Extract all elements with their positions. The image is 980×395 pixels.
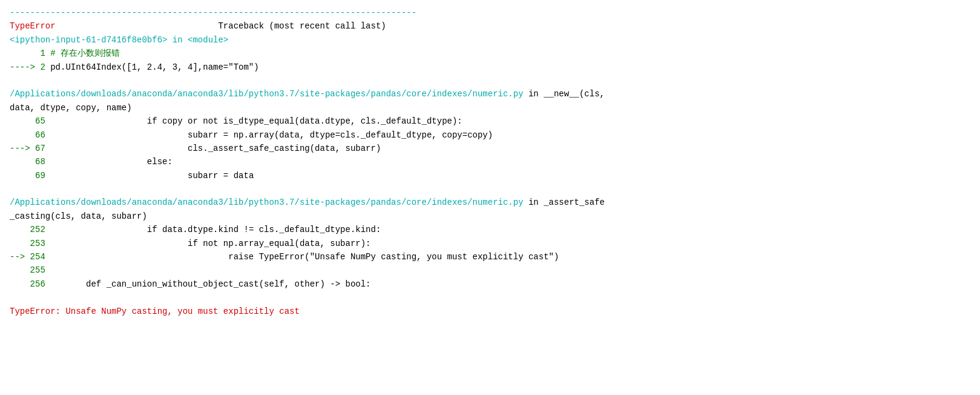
file1-args: data, dtype, copy, name) [10,103,132,113]
line67-code: cls._assert_safe_casting(data, subarr) [107,144,381,153]
error-type-label: TypeError [10,21,56,31]
line255-num: 255 [10,265,45,275]
line1-comment: # 存在小数则报错 [50,48,120,58]
line252-code: if data.dtype.kind != cls._default_dtype… [86,225,381,234]
final-error: TypeError: Unsafe NumPy casting, you mus… [10,307,300,316]
line67-arrow: ---> 67 [10,144,45,153]
line256-code: def _can_union_without_object_cast(self,… [65,279,370,289]
line252-num: 252 [10,225,45,234]
line2-arrow: ----> 2 [10,62,45,72]
file1-func: in __new__(cls, [524,89,605,99]
file2-path: /Applications/downloads/anaconda/anacond… [10,198,524,207]
line1-num: 1 [10,48,45,58]
line254-arrow: --> 254 [10,252,45,262]
line69-code: subarr = data [107,171,254,181]
line68-code: else: [86,157,173,167]
line66-num: 66 [10,130,45,140]
divider-line: ----------------------------------------… [10,8,416,18]
input-ref: <ipython-input-61-d7416f8e0bf6> in <modu… [10,35,228,45]
traceback-header: Traceback (most recent call last) [218,21,386,31]
line68-num: 68 [10,157,45,167]
line254-code: raise TypeError("Unsafe NumPy casting, y… [127,252,559,262]
file2-func: in _assert_safe [524,198,605,207]
line2-code: pd.UInt64Index([1, 2.4, 3, 4],name="Tom"… [45,62,259,72]
line66-code: subarr = np.array(data, dtype=cls._defau… [107,130,493,140]
line253-code: if not np.array_equal(data, subarr): [107,239,371,248]
line65-num: 65 [10,116,45,126]
traceback-container: ----------------------------------------… [0,0,980,395]
line256-num: 256 [10,279,45,289]
line253-num: 253 [10,239,45,248]
line69-num: 69 [10,171,45,181]
line65-code: if copy or not is_dtype_equal(data.dtype… [86,116,462,126]
file1-path: /Applications/downloads/anaconda/anacond… [10,89,524,99]
file2-args: _casting(cls, data, subarr) [10,211,147,221]
